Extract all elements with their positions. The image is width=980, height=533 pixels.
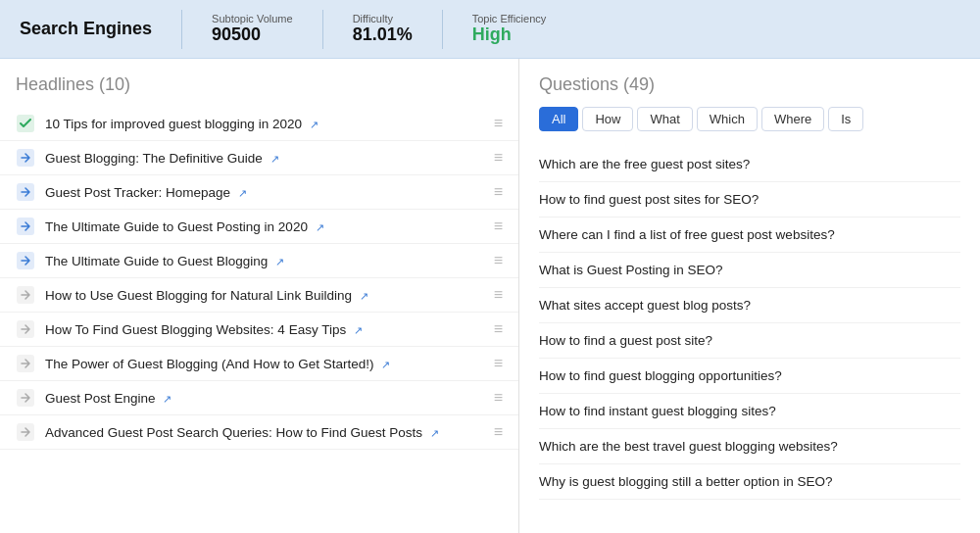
headlines-list: 10 Tips for improved guest blogging in 2… [0, 107, 518, 450]
headline-item[interactable]: Guest Post Engine ↗ ≡ [0, 381, 518, 415]
headline-drag-handle[interactable]: ≡ [494, 115, 503, 132]
page-title: Search Engines [20, 19, 152, 39]
subtopic-volume-stat: Subtopic Volume 90500 [212, 13, 293, 45]
header-divider-2 [322, 10, 323, 49]
headline-favicon-icon [16, 319, 35, 339]
headline-item[interactable]: Advanced Guest Post Search Queries: How … [0, 415, 518, 450]
headline-favicon-icon [16, 354, 35, 373]
headline-text: The Ultimate Guide to Guest Posting in 2… [45, 219, 484, 234]
subtopic-volume-label: Subtopic Volume [212, 13, 293, 24]
headline-item[interactable]: How to Use Guest Blogging for Natural Li… [0, 278, 518, 313]
headline-favicon-icon [16, 388, 35, 408]
headline-drag-handle[interactable]: ≡ [494, 252, 503, 269]
headlines-title: Headlines (10) [0, 74, 518, 107]
headline-drag-handle[interactable]: ≡ [494, 320, 503, 338]
filter-button-where[interactable]: Where [761, 107, 824, 131]
filter-button-how[interactable]: How [582, 107, 633, 131]
headline-external-link[interactable]: ↗ [430, 427, 439, 439]
question-item[interactable]: What is Guest Posting in SEO? [539, 253, 960, 288]
question-item[interactable]: How to find instant guest blogging sites… [539, 394, 960, 429]
topic-efficiency-label: Topic Efficiency [472, 13, 547, 24]
question-item[interactable]: What sites accept guest blog posts? [539, 288, 960, 323]
headline-external-link[interactable]: ↗ [316, 221, 324, 233]
questions-panel: Questions (49) AllHowWhatWhichWhereIs Wh… [519, 59, 980, 533]
headline-item[interactable]: How To Find Guest Blogging Websites: 4 E… [0, 313, 518, 347]
headline-external-link[interactable]: ↗ [360, 290, 368, 302]
header-divider [181, 10, 182, 49]
filter-bar: AllHowWhatWhichWhereIs [539, 107, 960, 131]
question-item[interactable]: How to find guest blogging opportunities… [539, 359, 960, 394]
questions-title: Questions (49) [539, 74, 960, 95]
question-item[interactable]: How to find guest post sites for SEO? [539, 182, 960, 218]
headline-external-link[interactable]: ↗ [275, 256, 284, 267]
headline-item[interactable]: Guest Post Tracker: Homepage ↗ ≡ [0, 175, 518, 210]
headline-favicon-icon [16, 148, 35, 168]
headline-external-link[interactable]: ↗ [163, 393, 172, 405]
headline-drag-handle[interactable]: ≡ [494, 355, 503, 372]
headlines-panel: Headlines (10) 10 Tips for improved gues… [0, 59, 519, 533]
question-item[interactable]: Which are the free guest post sites? [539, 147, 960, 182]
headline-text: The Power of Guest Blogging (And How to … [45, 357, 484, 371]
headline-drag-handle[interactable]: ≡ [494, 183, 503, 201]
questions-list: Which are the free guest post sites?How … [539, 147, 960, 500]
headline-external-link[interactable]: ↗ [238, 187, 247, 199]
headline-drag-handle[interactable]: ≡ [494, 218, 503, 235]
headline-favicon-icon [16, 285, 35, 305]
headline-drag-handle[interactable]: ≡ [494, 389, 503, 407]
question-item[interactable]: Where can I find a list of free guest po… [539, 218, 960, 253]
question-item[interactable]: How to find a guest post site? [539, 323, 960, 359]
question-item[interactable]: Why is guest blogging still a better opt… [539, 464, 960, 500]
headline-drag-handle[interactable]: ≡ [494, 286, 503, 304]
filter-button-is[interactable]: Is [828, 107, 863, 131]
headline-external-link[interactable]: ↗ [270, 153, 279, 165]
headline-text: How to Use Guest Blogging for Natural Li… [45, 288, 484, 303]
headline-text: The Ultimate Guide to Guest Blogging ↗ [45, 254, 484, 268]
headline-favicon-icon [16, 422, 35, 442]
headline-item[interactable]: The Ultimate Guide to Guest Blogging ↗ ≡ [0, 244, 518, 278]
headline-text: Guest Post Tracker: Homepage ↗ [45, 185, 484, 200]
topic-efficiency-value: High [472, 24, 547, 45]
difficulty-stat: Difficulty 81.01% [353, 13, 413, 45]
headline-item[interactable]: The Ultimate Guide to Guest Posting in 2… [0, 210, 518, 244]
headline-item[interactable]: 10 Tips for improved guest blogging in 2… [0, 107, 518, 141]
filter-button-all[interactable]: All [539, 107, 578, 131]
header: Search Engines Subtopic Volume 90500 Dif… [0, 0, 980, 59]
headline-item[interactable]: The Power of Guest Blogging (And How to … [0, 347, 518, 381]
subtopic-volume-value: 90500 [212, 24, 293, 45]
headline-drag-handle[interactable]: ≡ [494, 423, 503, 441]
headline-text: Guest Post Engine ↗ [45, 391, 484, 406]
headline-drag-handle[interactable]: ≡ [494, 149, 503, 167]
headline-favicon-icon [16, 251, 35, 270]
headline-text: How To Find Guest Blogging Websites: 4 E… [45, 322, 484, 337]
main-content: Headlines (10) 10 Tips for improved gues… [0, 59, 980, 533]
headline-item[interactable]: Guest Blogging: The Definitive Guide ↗ ≡ [0, 141, 518, 175]
topic-efficiency-stat: Topic Efficiency High [472, 13, 547, 45]
header-divider-3 [442, 10, 443, 49]
question-item[interactable]: Which are the best travel guest blogging… [539, 429, 960, 464]
headline-favicon-icon [16, 114, 35, 133]
filter-button-what[interactable]: What [637, 107, 692, 131]
headline-text: 10 Tips for improved guest blogging in 2… [45, 117, 484, 131]
difficulty-label: Difficulty [353, 13, 413, 24]
difficulty-value: 81.01% [353, 24, 413, 45]
headline-external-link[interactable]: ↗ [310, 119, 318, 130]
headline-text: Advanced Guest Post Search Queries: How … [45, 425, 484, 440]
headline-favicon-icon [16, 217, 35, 236]
filter-button-which[interactable]: Which [697, 107, 758, 131]
headline-external-link[interactable]: ↗ [381, 359, 390, 370]
headline-favicon-icon [16, 182, 35, 202]
headline-external-link[interactable]: ↗ [354, 324, 363, 336]
headline-text: Guest Blogging: The Definitive Guide ↗ [45, 151, 484, 166]
